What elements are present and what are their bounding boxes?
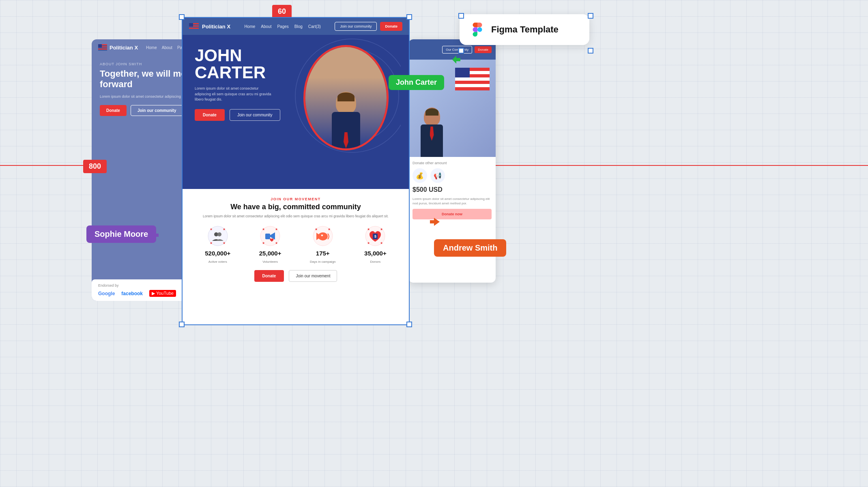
svg-point-30 bbox=[318, 232, 328, 240]
community-movement-button[interactable]: Join our movement bbox=[289, 270, 337, 282]
nav-brand-text: Politician X bbox=[202, 24, 230, 30]
svg-text:$: $ bbox=[374, 234, 376, 238]
nav-links: Home About Pages Blog Cart(3) bbox=[245, 24, 321, 29]
main-nav: Politician X Home About Pages Blog Cart(… bbox=[183, 18, 409, 35]
andrew-smith-nav-arrow bbox=[430, 217, 440, 228]
nav-about[interactable]: About bbox=[261, 24, 271, 29]
svg-text:★: ★ bbox=[262, 241, 265, 245]
right-icon-1: 💰 bbox=[413, 168, 427, 183]
days-label: Days in campaign bbox=[310, 260, 336, 264]
nav-home[interactable]: Home bbox=[245, 24, 256, 29]
youtube-logo: ▶ YouTube bbox=[149, 290, 176, 297]
svg-marker-38 bbox=[149, 231, 159, 239]
figma-handle-bl[interactable] bbox=[458, 48, 464, 54]
flag-icon-small bbox=[98, 44, 107, 51]
svg-text:★: ★ bbox=[328, 227, 331, 231]
hero-buttons: Donate Join our community bbox=[195, 109, 397, 121]
pol-tie bbox=[344, 132, 348, 148]
svg-rect-9 bbox=[189, 23, 193, 27]
stat-volunteers: ★ ★ ★ ★ 25,000+ Volunteers bbox=[259, 225, 281, 264]
svg-text:★: ★ bbox=[262, 227, 265, 231]
voters-number: 520,000+ bbox=[205, 250, 230, 257]
hero-community-button[interactable]: Join our community bbox=[230, 109, 280, 121]
nav-pages[interactable]: Pages bbox=[277, 24, 288, 29]
stat-voters: ★ ★ ★ ★ 520,000+ Active voters bbox=[205, 225, 230, 264]
google-logo: Google bbox=[98, 291, 115, 296]
volunteers-number: 25,000+ bbox=[259, 250, 281, 257]
left-nav-home[interactable]: Home bbox=[146, 45, 157, 50]
right-description: Lorem ipsum dolor sit amet consectetur a… bbox=[413, 197, 492, 206]
donors-icon: ★ ★ ★ ★ $ bbox=[365, 225, 386, 247]
nav-community-button[interactable]: Join our community bbox=[335, 22, 377, 31]
right-card-body: Donate other amount 💰 📢 $500 USD Lorem i… bbox=[408, 157, 496, 223]
nav-donate-button[interactable]: Donate bbox=[380, 22, 402, 31]
community-description: Lorem ipsum dolor sit amet consectetur a… bbox=[192, 214, 399, 219]
donors-label: Donors bbox=[370, 260, 381, 264]
nav-cart[interactable]: Cart(3) bbox=[308, 24, 321, 29]
nav-right-buttons: Join our community Donate bbox=[335, 22, 402, 31]
stats-row: ★ ★ ★ ★ 520,000+ Active voters ★ bbox=[192, 225, 399, 264]
donors-number: 35,000+ bbox=[364, 250, 387, 257]
figma-logo-icon bbox=[469, 21, 486, 38]
figma-handle-tl[interactable] bbox=[458, 13, 464, 19]
voters-icon: ★ ★ ★ ★ bbox=[207, 225, 228, 247]
nav-flag-icon bbox=[189, 23, 199, 30]
community-title: We have a big, committed community bbox=[192, 203, 399, 211]
left-donate-button[interactable]: Donate bbox=[100, 105, 127, 116]
right-icon-2: 📢 bbox=[430, 168, 445, 183]
right-icons-row: 💰 📢 bbox=[413, 168, 492, 183]
figma-template-title: Figma Template bbox=[491, 24, 559, 35]
figma-handle-tr[interactable] bbox=[588, 13, 593, 19]
nav-brand: Politician X bbox=[189, 23, 230, 30]
hero-name-line1: JOHN bbox=[195, 47, 397, 64]
measurement-badge-800: 800 bbox=[83, 160, 107, 173]
svg-text:★: ★ bbox=[210, 227, 213, 231]
svg-rect-26 bbox=[265, 234, 270, 239]
svg-rect-4 bbox=[98, 44, 102, 47]
measurement-badge-60: 60 bbox=[272, 5, 292, 18]
community-donate-button[interactable]: Donate bbox=[254, 270, 284, 282]
svg-rect-3 bbox=[98, 49, 107, 50]
left-community-button[interactable]: Join our community bbox=[131, 105, 183, 116]
svg-point-20 bbox=[217, 232, 221, 236]
right-amount: $500 USD bbox=[413, 186, 492, 193]
days-number: 175+ bbox=[316, 250, 330, 257]
frame-handle-tr[interactable] bbox=[406, 14, 412, 20]
community-section: JOIN OUR MOVEMENT We have a big, committ… bbox=[183, 189, 409, 290]
stat-days: ★ ★ 175+ Days in campaign bbox=[310, 225, 336, 264]
stat-donors: ★ ★ ★ ★ $ 35,000+ Donors bbox=[364, 225, 387, 264]
svg-rect-8 bbox=[189, 28, 199, 29]
andrew-smith-tooltip: Andrew Smith bbox=[434, 239, 506, 257]
right-card-image bbox=[408, 60, 496, 157]
john-carter-tooltip: John Carter bbox=[389, 75, 444, 90]
right-donate-button[interactable]: Donate bbox=[475, 46, 492, 53]
days-icon: ★ ★ bbox=[312, 225, 333, 247]
voters-label: Active voters bbox=[208, 260, 227, 264]
donate-now-button[interactable]: Donate now bbox=[413, 209, 492, 219]
frame-handle-bl[interactable] bbox=[179, 322, 185, 327]
svg-text:★: ★ bbox=[210, 241, 213, 245]
hero-donate-button[interactable]: Donate bbox=[195, 109, 225, 121]
figma-template-card: Figma Template bbox=[460, 14, 589, 45]
community-buttons: Donate Join our movement bbox=[192, 270, 399, 282]
svg-text:★: ★ bbox=[380, 227, 383, 231]
sophie-moore-nav-arrow bbox=[149, 230, 159, 242]
svg-text:★: ★ bbox=[223, 241, 226, 245]
frame-handle-br[interactable] bbox=[406, 322, 412, 327]
svg-text:★: ★ bbox=[380, 241, 383, 245]
facebook-logo: facebook bbox=[121, 291, 143, 296]
svg-text:★: ★ bbox=[223, 227, 226, 231]
figma-handle-br[interactable] bbox=[588, 48, 593, 54]
volunteers-label: Volunteers bbox=[262, 260, 278, 264]
sophie-moore-tooltip: Sophie Moore bbox=[86, 225, 156, 243]
svg-text:★: ★ bbox=[275, 227, 278, 231]
left-nav-about[interactable]: About bbox=[162, 45, 172, 50]
frame-handle-tl[interactable] bbox=[179, 14, 185, 20]
left-brand-name: Politician X bbox=[110, 45, 138, 51]
hero-section: JOHN CARTER Lorem ipsum dolor sit amet c… bbox=[183, 35, 409, 189]
volunteers-icon: ★ ★ ★ ★ bbox=[260, 225, 281, 247]
john-carter-nav-arrow bbox=[451, 55, 461, 66]
right-community-button[interactable]: Our Community bbox=[442, 46, 472, 54]
main-frame: Politician X Home About Pages Blog Cart(… bbox=[182, 17, 410, 325]
nav-blog[interactable]: Blog bbox=[294, 24, 303, 29]
